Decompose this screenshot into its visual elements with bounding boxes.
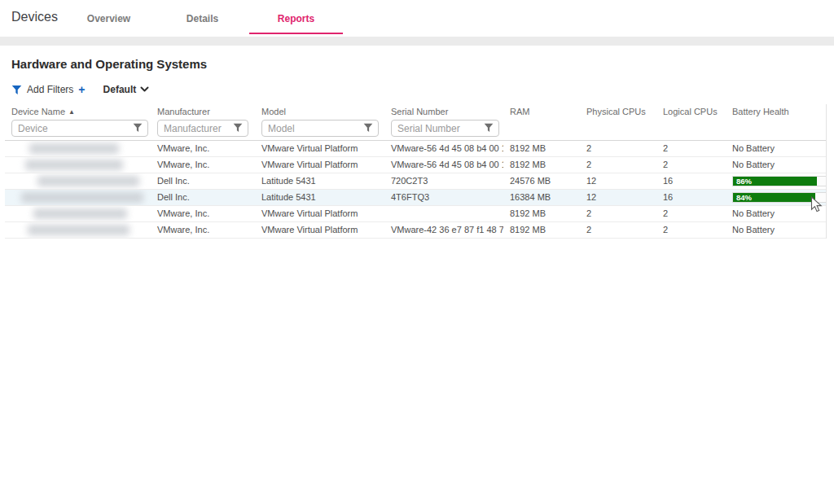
tab-details[interactable]: Details [156, 0, 249, 37]
table-body: VMware, Inc.VMware Virtual PlatformVMwar… [5, 140, 826, 239]
table-row[interactable]: Dell Inc.Latitude 5431720C2T324576 MB121… [5, 173, 826, 190]
table-row[interactable]: VMware, Inc.VMware Virtual PlatformVMwar… [5, 222, 826, 239]
cell-battery-health: 86% [726, 173, 826, 189]
tab-strip: OverviewDetailsReports [62, 0, 343, 37]
devices-report-table: Device Name▲ManufacturerModelSerial Numb… [5, 104, 827, 239]
cell-ram: 16384 MB [503, 190, 580, 205]
filter-box-device [11, 120, 148, 137]
cell-manufacturer: VMware, Inc. [151, 141, 255, 156]
filter-funnel-icon [11, 85, 22, 95]
cell-manufacturer: VMware, Inc. [151, 206, 255, 221]
cell-logical-cpus: 16 [656, 173, 726, 189]
tab-reports[interactable]: Reports [249, 0, 343, 37]
filter-box-model [261, 120, 379, 137]
column-header-device-name[interactable]: Device Name▲ [5, 104, 151, 120]
cell-serial-number: VMware-42 36 e7 87 f1 48 7d 95-8 [384, 222, 503, 238]
cell-logical-cpus: 2 [656, 206, 726, 221]
table-row[interactable]: VMware, Inc.VMware Virtual PlatformVMwar… [5, 141, 826, 157]
add-filters-label: Add Filters [27, 84, 73, 95]
cell-manufacturer: VMware, Inc. [151, 157, 255, 173]
cell-model: VMware Virtual Platform [255, 206, 384, 221]
filter-input-serial-number[interactable] [391, 120, 499, 137]
battery-bar-fill: 86% [733, 177, 817, 186]
cell-ram: 8192 MB [503, 206, 580, 221]
page-section-title: Devices [11, 10, 58, 24]
cell-serial-number: 4T6FTQ3 [384, 190, 503, 205]
chevron-down-icon [140, 86, 149, 93]
cell-model: VMware Virtual Platform [255, 141, 384, 156]
cell-battery-health: No Battery [726, 141, 826, 156]
filter-box-manufacturer [157, 120, 248, 137]
cell-device-name-redacted [5, 206, 151, 221]
cell-serial-number: 720C2T3 [384, 173, 503, 189]
cell-serial-number [384, 206, 503, 221]
cell-battery-health: No Battery [726, 157, 826, 173]
column-header-manufacturer[interactable]: Manufacturer [151, 104, 255, 120]
table-row[interactable]: VMware, Inc.VMware Virtual Platform8192 … [5, 206, 826, 222]
filter-input-device[interactable] [11, 120, 148, 137]
cell-battery-health: No Battery [726, 222, 826, 238]
column-header-battery-health[interactable]: Battery Health [726, 104, 826, 120]
cell-model: VMware Virtual Platform [255, 157, 384, 173]
cell-logical-cpus: 2 [656, 157, 726, 173]
column-header-logical-cpus[interactable]: Logical CPUs [656, 104, 726, 120]
cell-manufacturer: VMware, Inc. [151, 222, 255, 238]
cell-physical-cpus: 2 [580, 206, 656, 221]
cell-ram: 24576 MB [503, 173, 580, 189]
tabbar-divider [0, 37, 834, 46]
cell-device-name-redacted [5, 222, 151, 238]
cell-model: Latitude 5431 [255, 173, 384, 189]
top-tab-bar: Devices OverviewDetailsReports [0, 0, 834, 37]
add-filters-button[interactable]: Add Filters + [11, 83, 86, 96]
cell-model: VMware Virtual Platform [255, 222, 384, 238]
filter-input-model[interactable] [261, 120, 379, 137]
cell-logical-cpus: 2 [656, 141, 726, 156]
filter-box-serial-number [391, 120, 499, 137]
table-row[interactable]: Dell Inc.Latitude 54314T6FTQ316384 MB121… [5, 190, 826, 206]
battery-bar-track: 84% [732, 192, 826, 203]
cell-logical-cpus: 2 [656, 222, 726, 238]
cell-ram: 8192 MB [503, 141, 580, 156]
redaction-blur [21, 192, 143, 203]
column-header-ram[interactable]: RAM [503, 104, 580, 120]
redaction-blur [33, 208, 127, 219]
cell-logical-cpus: 16 [656, 190, 726, 205]
filter-preset-dropdown[interactable]: Default [103, 84, 150, 95]
column-header-serial-number[interactable]: Serial Number [384, 104, 503, 120]
cell-physical-cpus: 2 [580, 222, 656, 238]
column-header-model[interactable]: Model [255, 104, 384, 120]
cell-ram: 8192 MB [503, 157, 580, 173]
tab-overview[interactable]: Overview [62, 0, 156, 37]
filter-preset-label: Default [103, 84, 137, 95]
redaction-blur [28, 225, 129, 235]
table-row[interactable]: VMware, Inc.VMware Virtual PlatformVMwar… [5, 157, 826, 173]
redaction-blur [29, 143, 119, 154]
cell-physical-cpus: 12 [580, 190, 656, 205]
column-header-physical-cpus[interactable]: Physical CPUs [580, 104, 656, 120]
plus-icon: + [78, 83, 85, 96]
cell-ram: 8192 MB [503, 222, 580, 238]
cell-manufacturer: Dell Inc. [151, 173, 255, 189]
cell-manufacturer: Dell Inc. [151, 190, 255, 205]
battery-bar-track: 86% [732, 176, 826, 186]
cell-physical-cpus: 2 [580, 141, 656, 156]
table-header-row: Device Name▲ManufacturerModelSerial Numb… [5, 104, 826, 120]
report-title: Hardware and Operating Systems [11, 57, 207, 71]
redaction-blur [25, 160, 123, 170]
battery-bar-fill: 84% [733, 193, 815, 202]
cell-physical-cpus: 2 [580, 157, 656, 173]
cell-battery-health: 84% [726, 190, 826, 205]
filter-toolbar: Add Filters + Default [11, 82, 149, 97]
sort-ascending-icon: ▲ [68, 108, 75, 116]
cell-battery-health: No Battery [726, 206, 826, 221]
filter-input-manufacturer[interactable] [157, 120, 248, 137]
cell-physical-cpus: 12 [580, 173, 656, 189]
cell-device-name-redacted [5, 141, 151, 156]
cell-model: Latitude 5431 [255, 190, 384, 205]
cell-serial-number: VMware-56 4d 45 08 b4 00 12 2d-4 [384, 141, 503, 156]
cell-serial-number: VMware-56 4d 45 08 b4 00 12 2d-4 [384, 157, 503, 173]
cell-device-name-redacted [5, 173, 151, 189]
cell-device-name-redacted [5, 157, 151, 173]
redaction-blur [37, 176, 139, 186]
table-filter-row [5, 120, 826, 140]
